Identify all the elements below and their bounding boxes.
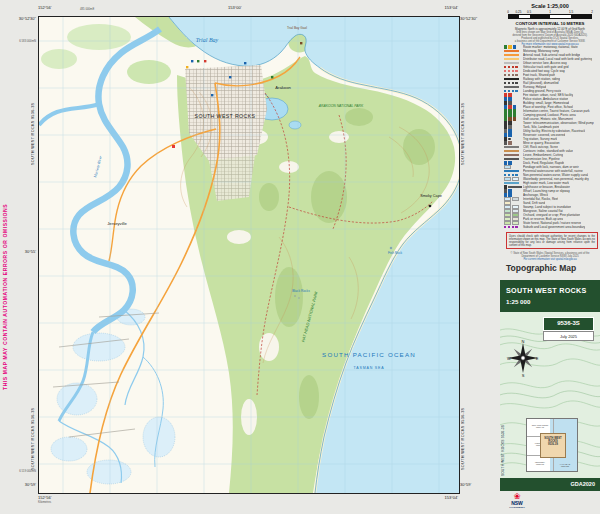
topographic-map-art: Trial Bay SOUTH WEST ROCKS Arakoon Trial… bbox=[39, 17, 459, 493]
label-fish-rock: Fish Rock bbox=[388, 251, 403, 255]
map-canvas[interactable]: Trial Bay SOUTH WEST ROCKS Arakoon Trial… bbox=[38, 16, 460, 494]
nsw-government-logo: ❀ NSW GOVERNMENT bbox=[506, 493, 528, 508]
vegetation-patch bbox=[67, 24, 131, 50]
tick: 2 bbox=[591, 10, 593, 14]
label-black-rocks: Black Rocks bbox=[292, 289, 310, 293]
tick: 0.5 bbox=[527, 10, 531, 14]
nsw-logo-subtext: GOVERNMENT bbox=[506, 506, 528, 508]
vegetation-patch bbox=[127, 60, 171, 84]
scale-heading: Scale 1:25,000 bbox=[500, 3, 600, 9]
index-neighbor: KEMPSEY 9535-1N bbox=[528, 461, 552, 466]
edge-sheet-label: SOUTH WEST ROCKS 9536-3S bbox=[31, 355, 35, 470]
lagoon-small bbox=[289, 121, 301, 129]
map-sheet-page: THIS MAP MAY CONTAIN AUTOMATION ERRORS O… bbox=[0, 0, 600, 514]
compass-s: S bbox=[522, 373, 525, 378]
town-street-grid-south bbox=[209, 155, 255, 201]
contour-interval-note: CONTOUR INTERVAL 10 METRES bbox=[500, 21, 600, 26]
tick: 1.5 bbox=[569, 10, 573, 14]
edge-sheet-label: SOUTH WEST ROCKS 9536-3S bbox=[461, 50, 465, 165]
edge-sheet-label: SOUTH WEST ROCKS 9536-3S bbox=[461, 355, 465, 470]
index-current-sheet: SOUTH WEST ROCKS 9536-3S bbox=[540, 433, 566, 458]
scale-bar: 0 0.25 0.5 1 1.5 2 bbox=[508, 10, 592, 19]
corner-lat-bl: 30°59' bbox=[6, 483, 36, 487]
sheet-number-box: 9536-3S bbox=[543, 317, 594, 331]
label-ocean: SOUTH PACIFIC OCEAN bbox=[322, 351, 416, 358]
corner-lat-tr: 30°52'30" bbox=[460, 17, 477, 21]
tick: 1 bbox=[549, 10, 551, 14]
copyright-block: © State of New South Wales (Spatial Serv… bbox=[502, 252, 598, 262]
label-jerseyville: Jerseyville bbox=[107, 221, 127, 226]
cover-texture: 9536-3S July 2025 N E S W SOUTH WEST ROC… bbox=[500, 312, 600, 478]
edition-date-box: July 2025 bbox=[543, 331, 594, 341]
edge-sheet-label: SOUTH WEST ROCKS 9536-3S bbox=[31, 50, 35, 165]
grid-easting-note: 485 000mE bbox=[80, 8, 94, 11]
vegetation-patch bbox=[41, 49, 77, 69]
label-tasman-sea: TASMAN SEA bbox=[354, 366, 385, 370]
kilometres-note: Kilometres bbox=[38, 501, 51, 504]
scale-bar-segments bbox=[508, 14, 592, 19]
corner-lon-tl: 152°56' bbox=[38, 6, 52, 10]
corner-lat-br: 30°59' bbox=[460, 483, 471, 487]
lighthouse-symbol bbox=[429, 205, 432, 208]
label-gaol: Trial Bay Gaol bbox=[287, 26, 307, 30]
corner-lon-br: 153°04' bbox=[414, 496, 458, 500]
compass-n: N bbox=[522, 339, 525, 344]
corner-lon-tr: 153°04' bbox=[414, 6, 458, 10]
copyright-link[interactable]: For current information visit spatial.ns… bbox=[502, 258, 598, 261]
grid-northing-bottom: 6 519 000mN bbox=[6, 470, 36, 473]
adjoining-sheets-index: STUARTS POINT 9536-4N KINCHELA 9536-4S K… bbox=[526, 418, 578, 472]
index-neighbor: STUARTS POINT 9536-4N bbox=[528, 424, 552, 429]
disclaimer-box: Users should check with relevant authori… bbox=[506, 232, 598, 249]
compass-rose-icon: N E S W bbox=[506, 338, 540, 378]
grid-northing-top: 6 583 000mN bbox=[6, 40, 36, 43]
sheet-title: SOUTH WEST ROCKS bbox=[506, 280, 600, 295]
datum-label: GDA2020 bbox=[571, 481, 595, 487]
label-smoky-cape: Smoky Cape bbox=[420, 194, 442, 198]
tick: 0.25 bbox=[516, 10, 522, 14]
label-arakoon-np: ARAKOON NATIONAL PARK bbox=[318, 104, 364, 108]
index-neighbor: HAT HEAD 9536-2N bbox=[553, 463, 577, 468]
label-town: SOUTH WEST ROCKS bbox=[195, 113, 256, 119]
label-arakoon: Arakoon bbox=[275, 85, 291, 90]
sheet-scale: 1:25 000 bbox=[506, 295, 600, 305]
label-trial-bay: Trial Bay bbox=[196, 37, 219, 43]
left-mid-lat: 30°55' bbox=[6, 250, 36, 254]
production-fine-print: Grid lines shown are Map Grid of Austral… bbox=[502, 31, 598, 46]
top-mid-lon: 153°00' bbox=[228, 6, 242, 10]
red-marker bbox=[172, 145, 175, 148]
automation-warning-text: THIS MAP MAY CONTAIN AUTOMATION ERRORS O… bbox=[2, 130, 8, 390]
marginalia-panel: Scale 1:25,000 0 0.25 0.5 1 1.5 2 CONTOU… bbox=[500, 0, 600, 514]
title-block: SOUTH WEST ROCKS 1:25 000 bbox=[500, 280, 600, 312]
product-type-heading: Topographic Map bbox=[506, 263, 576, 273]
cover-sheet-label: SOUTH WEST ROCKS 9536-3S bbox=[501, 412, 505, 476]
fish-rock-islet bbox=[390, 247, 392, 249]
datum-bar: GDA2020 bbox=[500, 478, 600, 491]
scale-bar-ticks: 0 0.25 0.5 1 1.5 2 bbox=[508, 10, 592, 14]
corner-lat-tl: 30°52'30" bbox=[6, 17, 36, 21]
magnetic-north-note: Magnetic North is approximately 12.00°E … bbox=[500, 27, 600, 31]
legend-items: Route marker: motorway, national, stateM… bbox=[504, 45, 600, 229]
legend-item: Suburb and Local government area boundar… bbox=[504, 225, 600, 229]
tick: 0 bbox=[507, 10, 509, 14]
